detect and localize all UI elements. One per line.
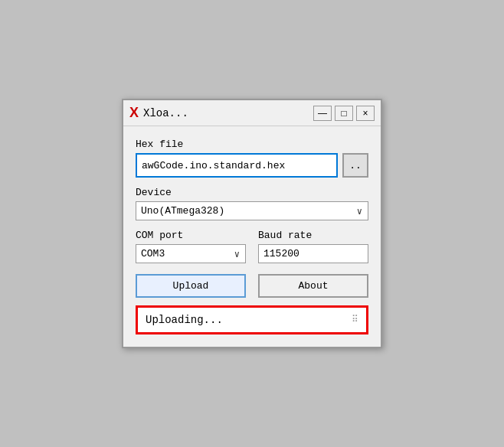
- status-bar: Uploading... ⠿: [136, 305, 368, 334]
- action-row: Upload About: [136, 274, 368, 298]
- com-port-select[interactable]: COM1 COM2 COM3 COM4 COM5: [136, 244, 246, 263]
- status-text: Uploading...: [146, 314, 223, 326]
- app-icon: X: [129, 105, 139, 121]
- content-area: Hex file .. Device Uno(ATmega328) Nano(A…: [123, 126, 381, 347]
- com-port-label: COM port: [136, 230, 246, 241]
- window-title: Xloa...: [143, 107, 309, 119]
- hex-file-row: ..: [136, 153, 368, 178]
- device-select-wrapper: Uno(ATmega328) Nano(ATmega168) Nano(ATme…: [136, 201, 368, 220]
- minimize-button[interactable]: —: [313, 106, 332, 121]
- hex-file-input[interactable]: [136, 153, 338, 178]
- com-port-group: COM port COM1 COM2 COM3 COM4 COM5: [136, 230, 246, 263]
- browse-button[interactable]: ..: [342, 153, 368, 178]
- resize-handle: ⠿: [352, 315, 358, 325]
- baud-rate-label: Baud rate: [258, 230, 368, 241]
- com-select-wrapper: COM1 COM2 COM3 COM4 COM5: [136, 244, 246, 263]
- main-window: X Xloa... — □ × Hex file .. Device Uno(A…: [122, 99, 382, 348]
- close-button[interactable]: ×: [356, 106, 375, 121]
- about-button[interactable]: About: [258, 274, 368, 298]
- baud-rate-group: Baud rate: [258, 230, 368, 263]
- device-label: Device: [136, 187, 368, 198]
- upload-button[interactable]: Upload: [136, 274, 246, 298]
- com-baud-row: COM port COM1 COM2 COM3 COM4 COM5 Baud r…: [136, 230, 368, 263]
- baud-rate-input[interactable]: [258, 244, 368, 263]
- device-select[interactable]: Uno(ATmega328) Nano(ATmega168) Nano(ATme…: [136, 201, 368, 220]
- title-bar: X Xloa... — □ ×: [123, 100, 381, 126]
- hex-file-label: Hex file: [136, 139, 368, 150]
- restore-button[interactable]: □: [335, 106, 353, 121]
- window-controls: — □ ×: [313, 106, 375, 121]
